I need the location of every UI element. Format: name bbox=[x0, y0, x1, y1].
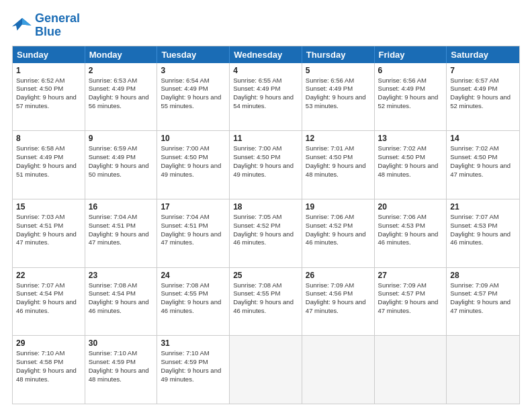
sunrise-label: Sunrise: 6:59 AM bbox=[89, 144, 137, 152]
day-number: 28 bbox=[450, 271, 516, 280]
calendar-day-6: 6 Sunrise: 6:56 AM Sunset: 4:49 PM Dayli… bbox=[375, 63, 447, 131]
sunrise-label: Sunrise: 6:55 AM bbox=[233, 77, 281, 84]
sunrise-label: Sunrise: 7:00 AM bbox=[161, 144, 209, 152]
sunrise-label: Sunrise: 7:07 AM bbox=[450, 213, 498, 220]
sunset-label: Sunset: 4:49 PM bbox=[306, 85, 353, 92]
calendar-week-2: 8 Sunrise: 6:58 AM Sunset: 4:49 PM Dayli… bbox=[13, 130, 519, 199]
calendar-day-31: 31 Sunrise: 7:10 AM Sunset: 4:59 PM Dayl… bbox=[157, 336, 230, 404]
sunset-label: Sunset: 4:56 PM bbox=[306, 289, 353, 297]
daylight-label: Daylight: 9 hours and 52 minutes. bbox=[378, 93, 439, 109]
calendar-day-12: 12 Sunrise: 7:01 AM Sunset: 4:50 PM Dayl… bbox=[302, 131, 375, 199]
sunset-label: Sunset: 4:51 PM bbox=[161, 222, 208, 229]
empty-cell bbox=[230, 336, 302, 404]
day-info: Sunrise: 7:09 AM Sunset: 4:57 PM Dayligh… bbox=[378, 281, 443, 316]
sunrise-label: Sunrise: 7:07 AM bbox=[16, 281, 64, 289]
sunrise-label: Sunrise: 7:09 AM bbox=[306, 281, 354, 289]
day-info: Sunrise: 7:05 AM Sunset: 4:52 PM Dayligh… bbox=[233, 213, 298, 247]
daylight-label: Daylight: 9 hours and 48 minutes. bbox=[89, 367, 149, 383]
day-info: Sunrise: 7:00 AM Sunset: 4:50 PM Dayligh… bbox=[233, 144, 298, 179]
day-info: Sunrise: 7:07 AM Sunset: 4:53 PM Dayligh… bbox=[450, 213, 516, 247]
sunset-label: Sunset: 4:54 PM bbox=[16, 289, 63, 297]
day-number: 3 bbox=[161, 66, 226, 75]
daylight-label: Daylight: 9 hours and 47 minutes. bbox=[16, 230, 77, 246]
day-number: 27 bbox=[378, 271, 443, 280]
day-info: Sunrise: 7:09 AM Sunset: 4:56 PM Dayligh… bbox=[306, 281, 371, 316]
sunset-label: Sunset: 4:52 PM bbox=[233, 222, 280, 229]
day-info: Sunrise: 7:08 AM Sunset: 4:55 PM Dayligh… bbox=[161, 281, 226, 316]
sunset-label: Sunset: 4:57 PM bbox=[378, 289, 425, 297]
daylight-label: Daylight: 9 hours and 57 minutes. bbox=[16, 93, 77, 109]
sunrise-label: Sunrise: 7:01 AM bbox=[306, 144, 354, 152]
day-number: 1 bbox=[16, 66, 81, 75]
header-day-thursday: Thursday bbox=[302, 46, 375, 63]
day-number: 14 bbox=[450, 134, 516, 143]
day-info: Sunrise: 7:10 AM Sunset: 4:59 PM Dayligh… bbox=[89, 349, 154, 383]
daylight-label: Daylight: 9 hours and 48 minutes. bbox=[378, 162, 439, 178]
sunrise-label: Sunrise: 7:02 AM bbox=[378, 144, 427, 152]
day-info: Sunrise: 7:06 AM Sunset: 4:52 PM Dayligh… bbox=[306, 213, 371, 247]
daylight-label: Daylight: 9 hours and 48 minutes. bbox=[306, 162, 366, 178]
daylight-label: Daylight: 9 hours and 46 minutes. bbox=[450, 230, 511, 246]
calendar-day-21: 21 Sunrise: 7:07 AM Sunset: 4:53 PM Dayl… bbox=[447, 199, 519, 267]
calendar-week-3: 15 Sunrise: 7:03 AM Sunset: 4:51 PM Dayl… bbox=[13, 199, 519, 267]
day-info: Sunrise: 7:01 AM Sunset: 4:50 PM Dayligh… bbox=[306, 144, 371, 179]
sunset-label: Sunset: 4:55 PM bbox=[233, 289, 280, 297]
calendar-week-5: 29 Sunrise: 7:10 AM Sunset: 4:58 PM Dayl… bbox=[13, 335, 519, 404]
calendar-day-26: 26 Sunrise: 7:09 AM Sunset: 4:56 PM Dayl… bbox=[302, 268, 375, 336]
day-number: 10 bbox=[161, 134, 226, 143]
calendar-day-7: 7 Sunrise: 6:57 AM Sunset: 4:49 PM Dayli… bbox=[447, 63, 519, 131]
sunrise-label: Sunrise: 7:08 AM bbox=[161, 281, 209, 289]
day-number: 20 bbox=[378, 202, 443, 212]
day-info: Sunrise: 7:00 AM Sunset: 4:50 PM Dayligh… bbox=[161, 144, 226, 179]
daylight-label: Daylight: 9 hours and 47 minutes. bbox=[378, 298, 439, 314]
day-number: 31 bbox=[161, 338, 226, 348]
day-info: Sunrise: 6:56 AM Sunset: 4:49 PM Dayligh… bbox=[378, 77, 443, 111]
sunset-label: Sunset: 4:50 PM bbox=[16, 85, 63, 92]
logo-text: General Blue bbox=[35, 12, 80, 39]
header-day-sunday: Sunday bbox=[13, 46, 85, 63]
sunrise-label: Sunrise: 7:05 AM bbox=[233, 213, 281, 220]
day-number: 16 bbox=[89, 202, 154, 212]
sunrise-label: Sunrise: 7:09 AM bbox=[450, 281, 498, 289]
empty-cell bbox=[375, 336, 447, 404]
calendar-day-28: 28 Sunrise: 7:09 AM Sunset: 4:57 PM Dayl… bbox=[447, 268, 519, 336]
calendar-day-8: 8 Sunrise: 6:58 AM Sunset: 4:49 PM Dayli… bbox=[13, 131, 85, 199]
daylight-label: Daylight: 9 hours and 54 minutes. bbox=[233, 93, 294, 109]
sunset-label: Sunset: 4:55 PM bbox=[161, 289, 208, 297]
sunrise-label: Sunrise: 7:10 AM bbox=[161, 349, 209, 357]
sunset-label: Sunset: 4:49 PM bbox=[161, 85, 208, 92]
sunset-label: Sunset: 4:49 PM bbox=[89, 153, 136, 161]
sunrise-label: Sunrise: 7:09 AM bbox=[378, 281, 427, 289]
sunrise-label: Sunrise: 7:06 AM bbox=[378, 213, 427, 220]
calendar-week-1: 1 Sunrise: 6:52 AM Sunset: 4:50 PM Dayli… bbox=[13, 63, 519, 131]
day-info: Sunrise: 6:57 AM Sunset: 4:49 PM Dayligh… bbox=[450, 77, 516, 111]
day-number: 7 bbox=[450, 66, 516, 75]
daylight-label: Daylight: 9 hours and 49 minutes. bbox=[233, 162, 294, 178]
daylight-label: Daylight: 9 hours and 47 minutes. bbox=[450, 298, 511, 314]
calendar-day-16: 16 Sunrise: 7:04 AM Sunset: 4:51 PM Dayl… bbox=[85, 199, 158, 267]
day-number: 21 bbox=[450, 202, 516, 212]
sunrise-label: Sunrise: 7:04 AM bbox=[161, 213, 209, 220]
sunset-label: Sunset: 4:53 PM bbox=[450, 222, 497, 229]
sunrise-label: Sunrise: 6:57 AM bbox=[450, 77, 498, 84]
empty-cell bbox=[302, 336, 375, 404]
sunrise-label: Sunrise: 6:54 AM bbox=[161, 77, 209, 84]
day-number: 9 bbox=[89, 134, 154, 143]
daylight-label: Daylight: 9 hours and 48 minutes. bbox=[16, 367, 77, 383]
day-info: Sunrise: 7:04 AM Sunset: 4:51 PM Dayligh… bbox=[161, 213, 226, 247]
calendar-body: 1 Sunrise: 6:52 AM Sunset: 4:50 PM Dayli… bbox=[13, 63, 519, 404]
header-day-wednesday: Wednesday bbox=[230, 46, 302, 63]
sunset-label: Sunset: 4:58 PM bbox=[16, 358, 63, 365]
day-info: Sunrise: 6:56 AM Sunset: 4:49 PM Dayligh… bbox=[306, 77, 371, 111]
sunset-label: Sunset: 4:50 PM bbox=[450, 153, 497, 161]
day-info: Sunrise: 6:53 AM Sunset: 4:49 PM Dayligh… bbox=[89, 77, 154, 111]
sunrise-label: Sunrise: 6:56 AM bbox=[378, 77, 427, 84]
daylight-label: Daylight: 9 hours and 46 minutes. bbox=[378, 230, 439, 246]
calendar: SundayMondayTuesdayWednesdayThursdayFrid… bbox=[12, 46, 520, 404]
day-number: 11 bbox=[233, 134, 298, 143]
daylight-label: Daylight: 9 hours and 46 minutes. bbox=[89, 298, 149, 314]
logo-bird-icon bbox=[12, 15, 32, 36]
day-info: Sunrise: 7:08 AM Sunset: 4:54 PM Dayligh… bbox=[89, 281, 154, 316]
day-info: Sunrise: 6:59 AM Sunset: 4:49 PM Dayligh… bbox=[89, 144, 154, 179]
day-number: 26 bbox=[306, 271, 371, 280]
